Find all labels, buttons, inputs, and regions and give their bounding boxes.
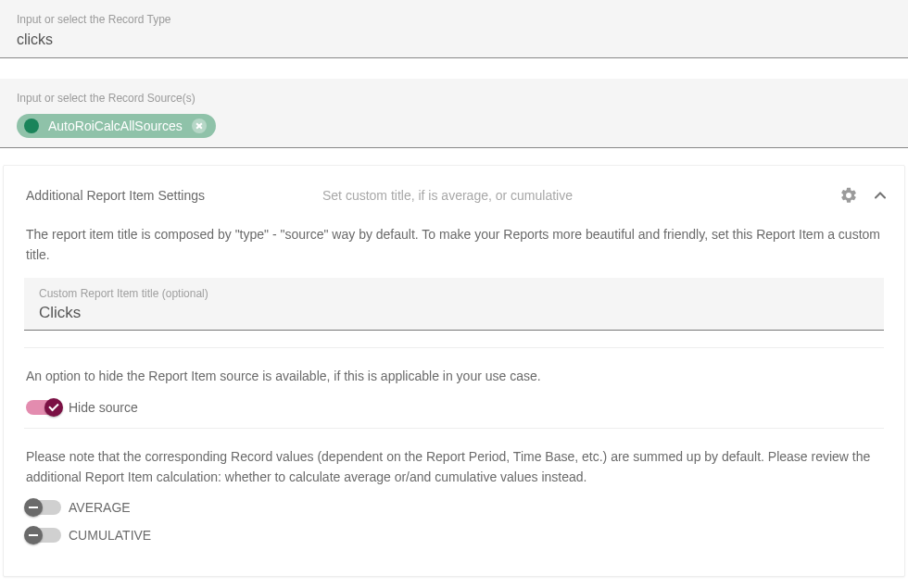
- spacer: [0, 58, 908, 79]
- card-title: Additional Report Item Settings: [26, 188, 322, 203]
- hide-source-toggle[interactable]: [26, 400, 61, 415]
- chevron-up-icon[interactable]: [871, 186, 889, 205]
- dash-icon: [29, 534, 38, 536]
- toggle-knob-icon: [44, 398, 63, 417]
- source-chip[interactable]: AutoRoiCalcAllSources: [17, 114, 216, 138]
- cumulative-label: CUMULATIVE: [69, 528, 151, 543]
- additional-settings-card: Additional Report Item Settings Set cust…: [3, 165, 905, 577]
- calc-description: Please note that the corresponding Recor…: [4, 447, 904, 487]
- card-subtitle: Set custom title, if is average, or cumu…: [322, 188, 839, 203]
- custom-title-value: Clicks: [39, 304, 869, 322]
- chip-remove-icon[interactable]: [192, 119, 207, 133]
- record-source-label: Input or select the Record Source(s): [17, 92, 891, 105]
- dash-icon: [29, 507, 38, 508]
- toggle-knob-icon: [24, 498, 43, 517]
- record-type-field[interactable]: Input or select the Record Type clicks: [0, 0, 908, 58]
- chip-dot-icon: [24, 119, 39, 133]
- card-header[interactable]: Additional Report Item Settings Set cust…: [4, 166, 904, 225]
- average-toggle[interactable]: [26, 500, 61, 515]
- custom-title-description: The report item title is composed by "ty…: [4, 225, 904, 265]
- divider: [24, 347, 884, 348]
- toggle-knob-icon: [24, 526, 43, 544]
- hide-source-description: An option to hide the Report Item source…: [4, 367, 904, 387]
- gear-icon[interactable]: [839, 186, 858, 205]
- record-type-label: Input or select the Record Type: [17, 13, 891, 26]
- divider: [24, 428, 884, 429]
- chip-text: AutoRoiCalcAllSources: [48, 119, 183, 133]
- record-type-value: clicks: [17, 31, 891, 48]
- custom-title-label: Custom Report Item title (optional): [39, 287, 869, 300]
- record-source-field[interactable]: Input or select the Record Source(s) Aut…: [0, 79, 908, 148]
- cumulative-toggle[interactable]: [26, 528, 61, 543]
- hide-source-label: Hide source: [69, 400, 138, 415]
- custom-title-field[interactable]: Custom Report Item title (optional) Clic…: [24, 278, 884, 331]
- average-label: AVERAGE: [69, 500, 131, 515]
- check-icon: [48, 401, 58, 411]
